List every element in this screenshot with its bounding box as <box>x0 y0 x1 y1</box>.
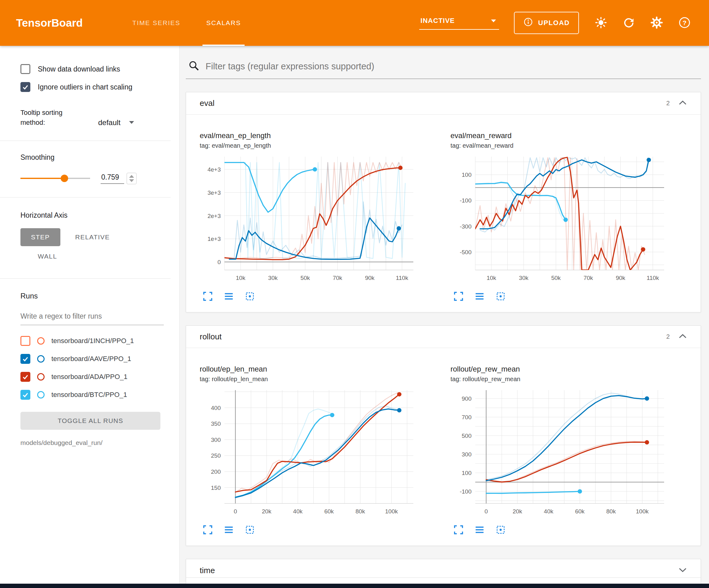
svg-text:40k: 40k <box>293 508 303 515</box>
expand-chart-icon[interactable] <box>453 525 464 536</box>
svg-text:70k: 70k <box>584 275 593 281</box>
svg-text:70k: 70k <box>333 275 342 281</box>
run-list: tensorboard/1INCH/PPO_1 tensorboard/AAVE… <box>21 332 167 404</box>
run-checkbox-icon[interactable] <box>21 336 30 346</box>
svg-text:80k: 80k <box>356 508 365 515</box>
chart-title: eval/mean_reward <box>450 131 688 140</box>
spinner-down-icon[interactable] <box>129 179 134 182</box>
svg-text:50k: 50k <box>300 275 310 281</box>
axis-relative-button[interactable]: RELATIVE <box>67 228 119 246</box>
svg-text:0: 0 <box>484 508 488 515</box>
run-checkbox-icon[interactable] <box>21 372 30 382</box>
fit-domain-icon[interactable] <box>495 291 506 302</box>
fit-domain-icon[interactable] <box>244 525 256 536</box>
svg-text:0: 0 <box>217 259 221 265</box>
svg-text:3e+3: 3e+3 <box>207 189 221 196</box>
chevron-down-icon[interactable] <box>678 567 687 574</box>
chart-title: rollout/ep_rew_mean <box>450 365 688 374</box>
show-download-links-checkbox-row[interactable]: Show data download links <box>21 60 167 78</box>
topbar-icon-cluster: ? <box>595 17 691 29</box>
settings-button[interactable] <box>650 17 663 29</box>
svg-text:90k: 90k <box>365 275 375 281</box>
axis-wall-button[interactable]: WALL <box>29 248 65 265</box>
chart-eval-mean-reward: eval/mean_reward tag: eval/mean_reward 1… <box>450 131 688 302</box>
run-item-btc[interactable]: tensorboard/BTC/PPO_1 <box>21 386 167 404</box>
chart-eval-mean-ep-length: eval/mean_ep_length tag: eval/mean_ep_le… <box>200 131 438 302</box>
card-chart-count: 2 <box>666 333 670 340</box>
chart-canvas[interactable]: 020k40k60k80k100k150200250300350400 <box>200 386 416 523</box>
svg-text:-300: -300 <box>460 223 472 230</box>
run-label: tensorboard/BTC/PPO_1 <box>51 391 127 399</box>
smoothing-spinner[interactable] <box>127 173 136 184</box>
run-isolate-radio-icon[interactable] <box>37 355 45 363</box>
axis-step-button[interactable]: STEP <box>21 228 60 246</box>
bottom-window-edge <box>0 584 709 588</box>
brightness-icon <box>595 17 607 29</box>
status-dropdown-value: INACTIVE <box>420 17 455 25</box>
svg-text:150: 150 <box>211 485 221 491</box>
checkbox-label: Ignore outliers in chart scaling <box>38 83 132 91</box>
smoothing-value-input[interactable]: 0.759 <box>101 173 124 184</box>
card-title: rollout <box>200 332 222 341</box>
svg-text:200: 200 <box>211 468 221 475</box>
brightness-toggle-button[interactable] <box>595 17 607 29</box>
run-checkbox-icon[interactable] <box>21 390 30 400</box>
data-table-icon[interactable] <box>223 291 234 302</box>
chart-title: eval/mean_ep_length <box>200 131 438 140</box>
data-table-icon[interactable] <box>474 291 485 302</box>
fit-domain-icon[interactable] <box>495 525 506 536</box>
chart-tag: tag: rollout/ep_len_mean <box>200 376 438 383</box>
run-item-ada[interactable]: tensorboard/ADA/PPO_1 <box>21 368 167 386</box>
card-title: eval <box>200 99 215 108</box>
svg-text:300: 300 <box>211 437 221 443</box>
svg-text:0: 0 <box>234 508 237 515</box>
spinner-up-icon[interactable] <box>129 175 134 178</box>
svg-text:100k: 100k <box>636 508 649 515</box>
run-checkbox-icon[interactable] <box>21 354 30 364</box>
expand-chart-icon[interactable] <box>453 291 464 302</box>
chart-canvas[interactable]: 10k30k50k70k90k110k01e+32e+33e+34e+3 <box>200 152 416 289</box>
chart-rollout-ep-len-mean: rollout/ep_len_mean tag: rollout/ep_len_… <box>200 365 438 536</box>
svg-text:20k: 20k <box>262 508 271 515</box>
data-table-icon[interactable] <box>474 525 485 536</box>
chevron-up-icon[interactable] <box>678 100 687 106</box>
fit-domain-icon[interactable] <box>244 291 256 302</box>
run-item-aave[interactable]: tensorboard/AAVE/PPO_1 <box>21 350 167 368</box>
status-dropdown[interactable]: INACTIVE <box>419 16 499 30</box>
svg-text:30k: 30k <box>268 275 278 281</box>
smoothing-slider[interactable] <box>21 175 90 182</box>
help-button[interactable]: ? <box>678 17 691 29</box>
chart-canvas[interactable]: 020k40k60k80k100k-100100300500700900 <box>450 386 667 523</box>
expand-chart-icon[interactable] <box>202 291 213 302</box>
run-isolate-radio-icon[interactable] <box>37 373 45 381</box>
svg-text:40k: 40k <box>544 508 554 515</box>
tag-filter-bar <box>186 60 701 79</box>
tag-filter-input[interactable] <box>206 61 699 72</box>
horizontal-axis-label: Horizontal Axis <box>21 211 167 220</box>
tab-time-series[interactable]: TIME SERIES <box>129 0 184 46</box>
run-isolate-radio-icon[interactable] <box>37 337 45 344</box>
run-isolate-radio-icon[interactable] <box>37 391 45 399</box>
checkbox-icon <box>21 64 30 74</box>
tab-scalars[interactable]: SCALARS <box>203 0 244 46</box>
refresh-icon <box>623 17 635 29</box>
slider-thumb[interactable] <box>61 175 68 182</box>
svg-text:30k: 30k <box>519 275 528 281</box>
app-title: TensorBoard <box>16 17 83 29</box>
card-eval-header[interactable]: eval 2 <box>186 92 701 114</box>
tooltip-sorting-dropdown[interactable]: default <box>98 118 134 128</box>
svg-text:-100: -100 <box>460 197 472 204</box>
card-rollout-header[interactable]: rollout 2 <box>186 326 701 348</box>
expand-chart-icon[interactable] <box>202 525 213 536</box>
ignore-outliers-checkbox-row[interactable]: Ignore outliers in chart scaling <box>21 78 167 96</box>
runs-filter-input[interactable] <box>21 310 164 325</box>
data-table-icon[interactable] <box>223 525 234 536</box>
run-item-1inch[interactable]: tensorboard/1INCH/PPO_1 <box>21 332 167 350</box>
tensorboard-app: TensorBoard TIME SERIES SCALARS INACTIVE… <box>0 0 709 588</box>
chevron-up-icon[interactable] <box>678 333 687 340</box>
refresh-button[interactable] <box>622 17 635 29</box>
upload-button[interactable]: UPLOAD <box>514 12 579 34</box>
chart-canvas[interactable]: 10k30k50k70k90k110k100-100-300-500 <box>450 152 667 289</box>
toggle-all-runs-button[interactable]: TOGGLE ALL RUNS <box>21 412 160 430</box>
svg-text:110k: 110k <box>396 275 409 281</box>
